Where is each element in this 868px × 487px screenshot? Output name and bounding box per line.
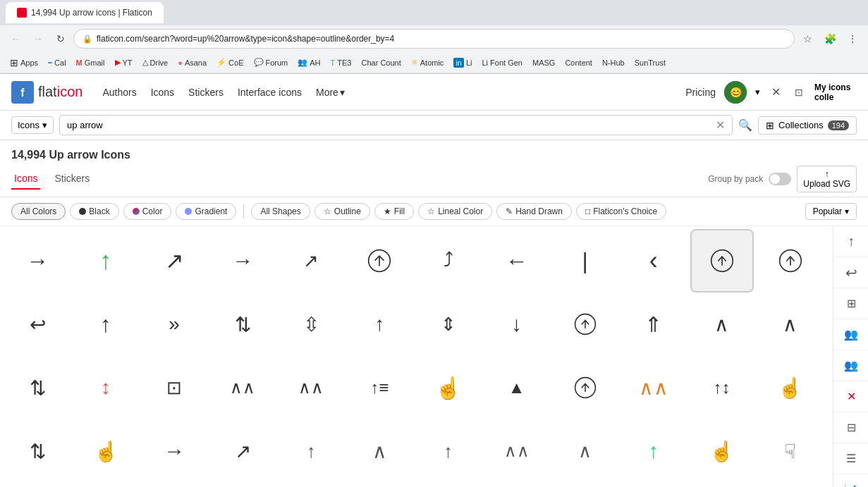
rp-calculator-icon[interactable]: ⊟ bbox=[833, 412, 868, 443]
icon-cell-16[interactable]: ⇳ bbox=[279, 292, 343, 356]
upload-svg-button[interactable]: ↑ Upload SVG bbox=[797, 166, 857, 192]
icon-cell-49[interactable]: ☝ bbox=[74, 483, 137, 487]
icon-cell-38[interactable]: → bbox=[142, 419, 206, 483]
icon-cell-28[interactable]: ∧∧ bbox=[279, 356, 343, 419]
filter-lineal-color[interactable]: ☆ Lineal Color bbox=[418, 203, 492, 220]
icon-cell-58[interactable]: ↑ bbox=[690, 483, 754, 487]
icon-cell-10[interactable] bbox=[690, 229, 754, 292]
nav-more[interactable]: More ▾ bbox=[316, 84, 345, 101]
icon-cell-41[interactable]: ∧ bbox=[348, 419, 411, 483]
icon-cell-30[interactable]: ☝ bbox=[417, 356, 480, 419]
icon-cell-4[interactable]: ↗ bbox=[279, 229, 343, 292]
menu-button[interactable]: ⋮ bbox=[843, 29, 862, 49]
user-avatar[interactable]: 😊 bbox=[724, 81, 747, 104]
filter-outline[interactable]: ☆ Outline bbox=[314, 203, 370, 220]
logo[interactable]: f flaticon bbox=[11, 81, 82, 104]
bookmark-te3[interactable]: T TE3 bbox=[326, 57, 356, 68]
icon-cell-32[interactable] bbox=[554, 356, 617, 419]
icon-cell-11[interactable] bbox=[759, 229, 822, 292]
nav-icons[interactable]: Icons bbox=[151, 84, 174, 101]
icon-cell-34[interactable]: ↑↕ bbox=[690, 356, 754, 419]
rp-upload-icon[interactable]: ↑ bbox=[833, 226, 868, 257]
rp-people2-icon[interactable]: 👥 bbox=[833, 350, 868, 381]
icon-cell-13[interactable]: ↑ bbox=[74, 292, 137, 356]
bookmark-nhub[interactable]: N-Hub bbox=[598, 57, 629, 68]
icon-cell-7[interactable]: ← bbox=[485, 229, 549, 292]
icon-cell-35[interactable]: ☝ bbox=[759, 356, 822, 419]
bookmark-button[interactable]: ☆ bbox=[797, 29, 817, 49]
bookmark-apps[interactable]: ⊞ Apps bbox=[6, 56, 42, 70]
search-input[interactable] bbox=[67, 120, 716, 130]
refresh-button[interactable]: ↻ bbox=[51, 29, 71, 49]
rp-list-icon[interactable]: ☰ bbox=[833, 443, 868, 474]
icon-cell-5[interactable] bbox=[348, 229, 411, 292]
icon-cell-24[interactable]: ⇅ bbox=[6, 356, 69, 419]
filter-black[interactable]: Black bbox=[70, 203, 118, 220]
filter-color[interactable]: Color bbox=[123, 203, 172, 220]
rp-chart-icon[interactable]: 📊 bbox=[833, 474, 868, 487]
group-by-pack-toggle[interactable] bbox=[769, 173, 791, 185]
rp-undo-icon[interactable]: ↩ bbox=[833, 257, 868, 288]
icon-cell-9[interactable]: ‹ bbox=[622, 229, 685, 292]
rp-grid-icon[interactable]: ⊞ bbox=[833, 288, 868, 319]
icon-cell-55[interactable]: ↑ bbox=[485, 483, 549, 487]
icon-cell-26[interactable]: ⊡ bbox=[142, 356, 206, 419]
icon-cell-40[interactable]: ↑ bbox=[279, 419, 343, 483]
icon-cell-2[interactable]: ↗ bbox=[142, 229, 206, 292]
filter-fill[interactable]: ★ Fill bbox=[374, 203, 414, 220]
bookmark-atomic[interactable]: ⚛ Atomic bbox=[407, 56, 448, 68]
icon-cell-54[interactable]: ↓ bbox=[417, 483, 480, 487]
bookmark-li[interactable]: in Li bbox=[449, 56, 476, 69]
forward-button[interactable]: → bbox=[28, 29, 48, 49]
filter-flaticons-choice[interactable]: □ Flaticon's Choice bbox=[576, 203, 666, 220]
icon-cell-22[interactable]: ∧ bbox=[690, 292, 754, 356]
filter-all-shapes[interactable]: All Shapes bbox=[251, 203, 310, 220]
icon-cell-12[interactable]: ↩ bbox=[6, 292, 69, 356]
nav-interface-icons[interactable]: Interface icons bbox=[238, 84, 302, 101]
nav-stickers[interactable]: Stickers bbox=[188, 84, 224, 101]
collections-toggle-button[interactable]: ⊡ bbox=[792, 84, 806, 101]
rp-close-icon[interactable]: ✕ bbox=[833, 381, 868, 412]
icon-cell-18[interactable]: ⇕ bbox=[417, 292, 480, 356]
icon-cell-43[interactable]: ∧∧ bbox=[485, 419, 549, 483]
icon-cell-44[interactable]: ∧ bbox=[554, 419, 617, 483]
icon-cell-50[interactable]: ↑ bbox=[142, 483, 206, 487]
icon-cell-51[interactable] bbox=[211, 483, 274, 487]
collections-button[interactable]: ⊞ Collections 194 bbox=[758, 116, 857, 135]
icon-cell-37[interactable]: ☝ bbox=[74, 419, 137, 483]
tab-icons[interactable]: Icons bbox=[11, 168, 40, 190]
icon-cell-27[interactable]: ∧∧ bbox=[211, 356, 274, 419]
filter-all-colors[interactable]: All Colors bbox=[11, 203, 66, 220]
icon-cell-42[interactable]: ↑ bbox=[417, 419, 480, 483]
icon-cell-46[interactable]: ☝ bbox=[690, 419, 754, 483]
extensions-button[interactable]: 🧩 bbox=[820, 29, 840, 49]
icon-cell-53[interactable] bbox=[348, 483, 411, 487]
icon-cell-3[interactable]: → bbox=[211, 229, 274, 292]
pricing-link[interactable]: Pricing bbox=[685, 87, 716, 98]
icon-cell-45[interactable]: ↑ bbox=[622, 419, 685, 483]
icon-cell-23[interactable]: ∧ bbox=[759, 292, 822, 356]
bookmark-charcount[interactable]: Char Count bbox=[357, 57, 405, 68]
bookmark-drive[interactable]: △ Drive bbox=[138, 56, 173, 68]
rp-people-icon[interactable]: 👥 bbox=[833, 319, 868, 350]
icon-cell-6[interactable]: ⤴ bbox=[417, 229, 480, 292]
icon-cell-33[interactable]: ∧∧ bbox=[622, 356, 685, 419]
icon-cell-20[interactable] bbox=[554, 292, 617, 356]
bookmark-gmail[interactable]: M Gmail bbox=[72, 57, 109, 68]
bookmark-cal[interactable]: Cal bbox=[44, 57, 71, 68]
icon-cell-1[interactable]: ↑ bbox=[74, 229, 137, 292]
icon-cell-57[interactable] bbox=[622, 483, 685, 487]
search-clear-button[interactable]: ✕ bbox=[716, 118, 725, 132]
nav-authors[interactable]: Authors bbox=[102, 84, 136, 101]
close-panel-button[interactable]: ✕ bbox=[769, 82, 783, 101]
icon-cell-14[interactable]: » bbox=[142, 292, 206, 356]
icon-cell-21[interactable]: ⇑ bbox=[622, 292, 685, 356]
tab-stickers[interactable]: Stickers bbox=[51, 168, 92, 190]
bookmark-asana[interactable]: ● Asana bbox=[173, 57, 211, 68]
icon-cell-8[interactable]: | bbox=[554, 229, 617, 292]
bookmark-yt[interactable]: ▶ YT bbox=[111, 56, 137, 68]
bookmark-forum[interactable]: 💬 Forum bbox=[250, 56, 293, 68]
icon-cell-36[interactable]: ⇅ bbox=[6, 419, 69, 483]
icon-cell-19[interactable]: ↓ bbox=[485, 292, 549, 356]
icon-cell-48[interactable]: ↑ bbox=[6, 483, 69, 487]
